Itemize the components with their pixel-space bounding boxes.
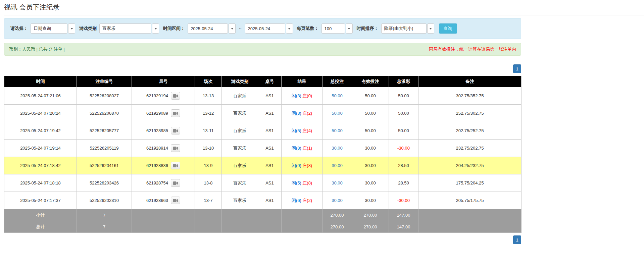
game-type-combo[interactable]: 百家乐: [99, 23, 159, 34]
date-to-value[interactable]: 2025-05-24: [245, 23, 285, 34]
cell-result: 闲(5) 庄(8): [282, 174, 323, 192]
table-row[interactable]: 2025-05-24 07:18:18 522526203426 6219287…: [4, 174, 522, 192]
cell-round-id: 621928836: [132, 157, 195, 174]
cell-time: 2025-05-24 07:21:06: [4, 87, 77, 105]
chevron-down-icon[interactable]: [229, 23, 236, 34]
cell-table-no: AS1: [258, 140, 282, 157]
bet-records-table: 时间注单编号局号场次游戏类别桌号结果总投注有效投注总派彩备注 2025-05-2…: [4, 76, 522, 233]
cell-result: 闲(5) 庄(4): [282, 122, 323, 140]
cell-session: 13-10: [195, 140, 222, 157]
chevron-down-icon[interactable]: [152, 23, 159, 34]
table-row[interactable]: 2025-05-24 07:18:42 522526204161 6219288…: [4, 157, 522, 174]
result-player: 闲(3): [292, 93, 301, 98]
cell-game-type: 百家乐: [222, 122, 258, 140]
cell-table-no: AS1: [258, 122, 282, 140]
page-1-button[interactable]: 1: [513, 64, 521, 73]
total-bet-link[interactable]: 50.00: [332, 93, 343, 98]
title-divider: [4, 15, 644, 15]
cell-bet-id: 522526205777: [77, 122, 132, 140]
chevron-down-icon[interactable]: [427, 23, 434, 34]
sort-order-label: 时间排序：: [357, 25, 379, 32]
video-replay-icon[interactable]: [171, 109, 180, 117]
total-bet-link[interactable]: 50.00: [332, 111, 343, 116]
cell-valid-bet: 30.00: [352, 192, 389, 209]
chevron-down-icon[interactable]: [286, 23, 293, 34]
round-id-text: 621929089: [146, 111, 168, 116]
page-size-value[interactable]: 100: [321, 23, 345, 34]
table-row[interactable]: 2025-05-24 07:19:14 522526205119 6219289…: [4, 140, 522, 157]
date-from-picker[interactable]: 2025-05-24: [188, 23, 236, 34]
cell-result: 闲(3) 庄(0): [282, 87, 323, 105]
cell-valid-bet: 30.00: [352, 140, 389, 157]
page-size-combo[interactable]: 100: [321, 23, 353, 34]
total-bet-link[interactable]: 30.00: [332, 163, 343, 168]
date-from-value[interactable]: 2025-05-24: [188, 23, 228, 34]
round-id-text: 621928985: [146, 128, 168, 133]
table-row[interactable]: 2025-05-24 07:17:37 522526202310 6219286…: [4, 192, 522, 209]
cell-round-id: 621929089: [132, 105, 195, 122]
result-player: 闲(5): [292, 180, 301, 185]
cell-game-type: 百家乐: [222, 105, 258, 122]
cell-valid-bet: 50.00: [352, 87, 389, 105]
result-player: 闲(6): [292, 198, 301, 203]
cell-payout: 50.00: [389, 87, 418, 105]
total-bet-link[interactable]: 30.00: [332, 146, 343, 151]
table-row[interactable]: 2025-05-24 07:21:06 522526208027 6219291…: [4, 87, 522, 105]
cell-payout: 50.00: [389, 105, 418, 122]
cell-total-bet: 30.00: [323, 157, 352, 174]
total-bet-link[interactable]: 30.00: [332, 180, 343, 185]
sort-order-combo[interactable]: 降幂(由大到小): [381, 23, 434, 34]
total-bet-link[interactable]: 30.00: [332, 198, 343, 203]
subtotal-valid-bet: 270.00: [352, 209, 389, 221]
cell-game-type: 百家乐: [222, 192, 258, 209]
chevron-down-icon[interactable]: [68, 23, 75, 34]
total-valid-bet: 270.00: [352, 221, 389, 233]
result-player: 闲(0): [292, 163, 301, 168]
column-header: 有效投注: [352, 76, 389, 87]
cell-payout: 28.50: [389, 174, 418, 192]
cell-result: 闲(6) 庄(2): [282, 192, 323, 209]
video-replay-icon[interactable]: [171, 197, 180, 204]
cell-valid-bet: 50.00: [352, 105, 389, 122]
subtotal-label: 小计: [4, 209, 77, 221]
cell-remark: 252.75/302.75: [418, 105, 522, 122]
search-button[interactable]: 查询: [439, 23, 457, 34]
cell-remark: 175.75/204.25: [418, 174, 522, 192]
cell-bet-id: 522526203426: [77, 174, 132, 192]
page: 视讯 会员下注纪录 请选择： 日期查询 游戏类别 百家乐 时间区间： 2025-…: [0, 0, 644, 244]
game-type-value[interactable]: 百家乐: [99, 23, 151, 34]
round-id-text: 621928914: [146, 146, 168, 151]
date-to-picker[interactable]: 2025-05-24: [245, 23, 293, 34]
chevron-down-icon[interactable]: [346, 23, 353, 34]
cell-game-type: 百家乐: [222, 157, 258, 174]
cell-time: 2025-05-24 07:19:14: [4, 140, 77, 157]
video-replay-icon[interactable]: [171, 179, 180, 187]
cell-payout: 28.50: [389, 157, 418, 174]
table-row[interactable]: 2025-05-24 07:20:24 522526206870 6219290…: [4, 105, 522, 122]
video-replay-icon[interactable]: [171, 127, 180, 135]
cell-round-id: 621929194: [132, 87, 195, 105]
content: 请选择： 日期查询 游戏类别 百家乐 时间区间： 2025-05-24 ~ 20…: [4, 18, 521, 244]
summary-bar: 币别：人民币 | 总共 :7 注单 | 同局有效投注，统一计算在该局第一张注单内: [4, 43, 521, 56]
sort-order-value[interactable]: 降幂(由大到小): [381, 23, 427, 34]
result-player: 闲(8): [292, 146, 301, 151]
table-header-row: 时间注单编号局号场次游戏类别桌号结果总投注有效投注总派彩备注: [4, 76, 522, 87]
cell-bet-id: 522526206870: [77, 105, 132, 122]
subtotal-count: 7: [77, 209, 132, 221]
cell-valid-bet: 50.00: [352, 122, 389, 140]
query-type-value[interactable]: 日期查询: [31, 23, 67, 34]
page-1-button[interactable]: 1: [513, 235, 521, 244]
video-replay-icon[interactable]: [171, 162, 180, 169]
total-bet-link[interactable]: 50.00: [332, 128, 343, 133]
result-banker: 庄(8): [302, 163, 312, 168]
result-banker: 庄(2): [302, 111, 312, 116]
cell-time: 2025-05-24 07:19:42: [4, 122, 77, 140]
cell-session: 13-8: [195, 174, 222, 192]
subtotal-row: 小计 7 270.00 270.00 147.00: [4, 209, 522, 221]
video-replay-icon[interactable]: [171, 92, 180, 100]
result-banker: 庄(4): [302, 128, 312, 133]
video-replay-icon[interactable]: [171, 144, 180, 152]
query-type-combo[interactable]: 日期查询: [31, 23, 75, 34]
table-row[interactable]: 2025-05-24 07:19:42 522526205777 6219289…: [4, 122, 522, 140]
round-id-text: 621929194: [146, 93, 168, 98]
